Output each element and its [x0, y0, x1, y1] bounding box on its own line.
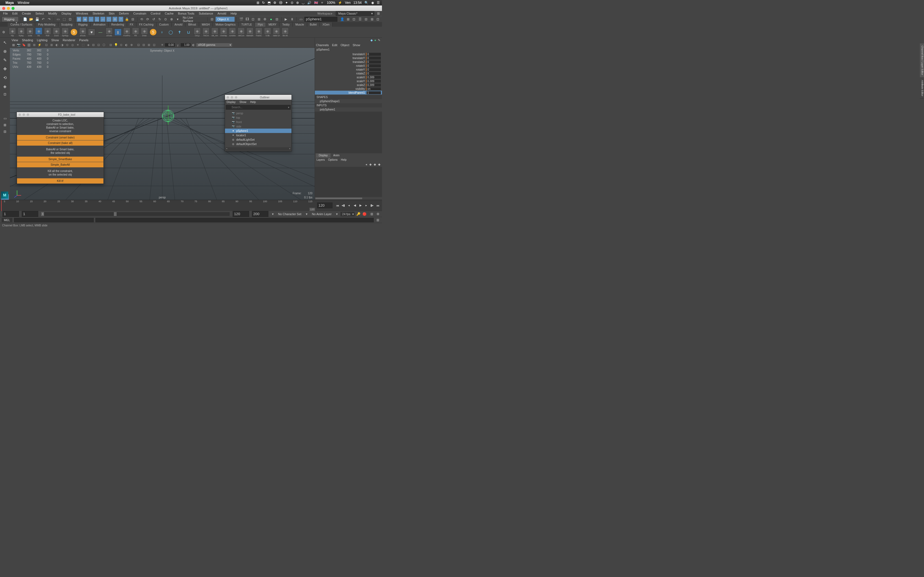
shelf-item[interactable]: ◈blk_ren — [211, 27, 219, 37]
select-tool[interactable]: ↖ — [1, 39, 9, 47]
range-slider[interactable]: 1 — [41, 212, 229, 216]
shelf-tab[interactable]: Bullet — [307, 23, 320, 27]
pt-icon[interactable]: ⚡ — [37, 43, 42, 47]
battery-icon[interactable]: ⚡ — [338, 1, 342, 5]
live-surface-label[interactable]: No Live Surface — [181, 15, 206, 23]
workspace-selector[interactable]: Maya Classic* ▾ — [336, 11, 374, 16]
layout-custom[interactable]: ⊟ — [1, 129, 9, 134]
pt-icon[interactable]: ◐ — [55, 43, 59, 47]
menu-select[interactable]: Select — [34, 11, 46, 16]
status-icon[interactable]: ↻ — [262, 1, 265, 5]
shelf-item[interactable]: ◈constra — [228, 27, 236, 37]
mac-menu-window[interactable]: Window — [18, 1, 29, 5]
workspace-config-icon[interactable]: ⊞ — [376, 11, 381, 16]
shelf-tab[interactable]: Muscle — [292, 23, 307, 27]
move-tool[interactable]: ✥ — [1, 65, 9, 73]
range-knob-start[interactable]: 1 — [41, 212, 44, 216]
status-icon[interactable]: ⊞ — [257, 1, 259, 5]
cb-input-node[interactable]: polySphere1 — [315, 108, 382, 111]
shelf-item[interactable]: ▮ — [114, 27, 122, 37]
colorspace-selector[interactable]: sRGB gamma — [196, 43, 232, 47]
channel-attr-row[interactable]: translateX0 — [315, 52, 382, 56]
shelf-tab[interactable]: MERY — [266, 23, 279, 27]
shelf-tab[interactable]: Animation — [90, 23, 108, 27]
shelf-item[interactable]: — — [96, 27, 105, 37]
snap-icon[interactable]: ○ — [89, 17, 94, 22]
channel-attr-row[interactable]: translateZ0 — [315, 60, 382, 64]
outliner-menu-help[interactable]: Help — [250, 101, 256, 103]
wifi-icon[interactable]: ⊚ — [296, 1, 299, 5]
shelf-item[interactable]: ◈Overlap — [220, 27, 228, 37]
wifi-icon[interactable]: ◡ — [302, 1, 304, 5]
render-icon[interactable]: ⚙ — [263, 17, 268, 22]
cb-icon[interactable]: ✎ — [378, 39, 380, 42]
channel-attr-row[interactable]: rotateX0 — [315, 64, 382, 68]
outliner-item[interactable]: ●pSphere1 — [225, 129, 291, 133]
shelf-item[interactable]: ◈Kfp — [8, 27, 16, 37]
sym-icon[interactable]: ↺ — [151, 17, 156, 22]
menu-arnold[interactable]: Arnold — [216, 11, 228, 16]
cb-icon[interactable]: ● — [374, 39, 376, 42]
cmd-lang-selector[interactable]: MEL — [2, 218, 12, 222]
outliner-titlebar[interactable]: Outliner — [225, 95, 291, 100]
pt-icon[interactable]: 🔖 — [21, 43, 26, 47]
playback-end-field[interactable] — [233, 211, 249, 217]
channel-attr-row[interactable]: rotateZ0 — [315, 71, 382, 75]
toolbox-icon[interactable]: ☰ — [357, 17, 362, 22]
channel-attr-row[interactable]: scaleZ0.389 — [315, 83, 382, 87]
traffic-lights[interactable] — [2, 7, 15, 10]
shelf-tab[interactable]: Rendering — [108, 23, 127, 27]
pt-icon[interactable]: ◈ — [86, 43, 90, 47]
layer-icon[interactable]: ◆ — [369, 163, 372, 166]
shelf-tab[interactable]: Curves / Surfaces — [8, 23, 35, 27]
shelf-item[interactable]: ◯ — [166, 27, 175, 37]
render-icon[interactable]: 🎞 — [245, 17, 250, 22]
snap-icon[interactable]: ⊞ — [77, 17, 82, 22]
range-knob-end[interactable] — [114, 212, 116, 216]
clock-day[interactable]: Ven — [345, 1, 351, 5]
new-scene-icon[interactable]: 📄 — [23, 17, 28, 22]
symmetry-axis-selector[interactable]: Object X — [216, 17, 234, 22]
menu-edit[interactable]: Edit — [10, 11, 19, 16]
menu-windows[interactable]: Windows — [74, 11, 90, 16]
shelf-item[interactable]: ◈Kplay — [17, 27, 25, 37]
constraint-bakeall-button[interactable]: Constraint (bake all) — [17, 140, 103, 146]
pt-icon[interactable]: 📷 — [16, 43, 21, 47]
layer-icon[interactable]: ◂ — [365, 163, 367, 166]
menu-create[interactable]: Create — [20, 11, 33, 16]
shelf-item[interactable]: ◈Draw — [140, 27, 149, 37]
snap-icon[interactable]: ? — [118, 17, 123, 22]
channel-attr-row[interactable]: translateY0 — [315, 56, 382, 60]
pt-icon[interactable]: ⊡ — [152, 43, 157, 47]
animlayer-dropdown-icon[interactable]: ▾ — [334, 211, 339, 216]
pt-icon[interactable]: ⊞ — [32, 43, 37, 47]
render-icon[interactable]: ⊞ — [257, 17, 262, 22]
time-track[interactable]: 5101520253035404550556065707580859095100… — [1, 200, 315, 211]
render-icon[interactable]: ⊡ — [251, 17, 256, 22]
shelf-item[interactable]: ◈SprMgc — [61, 27, 69, 37]
snap-icon[interactable]: ◈ — [82, 17, 87, 22]
shelf-item[interactable]: ◈FcmPro — [123, 27, 131, 37]
wifi-icon[interactable]: ᯤ — [321, 1, 324, 5]
panel-menu-panels[interactable]: Panels — [79, 39, 89, 42]
exposure-field[interactable]: 0.00 — [165, 43, 175, 47]
layer-tab-anim[interactable]: Anim — [331, 153, 342, 158]
outliner-item[interactable]: 📷persp — [225, 111, 291, 115]
pt-icon[interactable]: ⊟ — [108, 43, 113, 47]
panel-menu-lighting[interactable]: Lighting — [37, 39, 48, 42]
step-fwd-button[interactable]: ▮▸ — [370, 203, 375, 208]
charset-dropdown-icon[interactable]: ▾ — [304, 211, 309, 216]
shelf-options-icon[interactable]: ⚙ — [1, 30, 6, 35]
psphere-object[interactable] — [162, 110, 174, 122]
panel-menu-view[interactable]: View — [11, 39, 18, 42]
shelf-tab[interactable]: Custom — [157, 23, 171, 27]
snap-icon[interactable]: ⬡ — [107, 17, 111, 22]
sym-icon[interactable]: ⊗ — [169, 17, 174, 22]
layer-menu-options[interactable]: Options — [328, 158, 338, 161]
shelf-item[interactable]: ◈StL — [35, 27, 43, 37]
range-dropdown-icon[interactable]: ▾ — [270, 211, 275, 216]
script-editor-icon[interactable]: ⊞ — [375, 218, 380, 222]
pt-icon[interactable]: ⊡ — [136, 43, 141, 47]
goto-end-button[interactable]: ⏭ — [375, 203, 380, 208]
shelf-tab[interactable]: Arnold — [171, 23, 185, 27]
